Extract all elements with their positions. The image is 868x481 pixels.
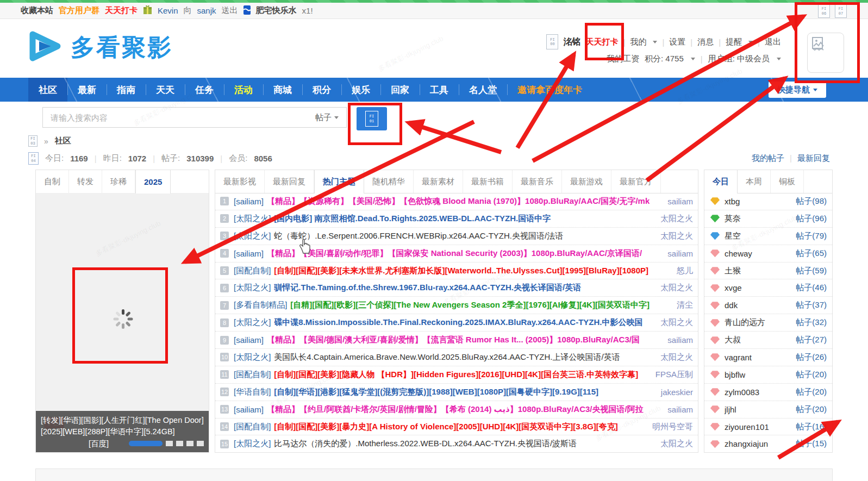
- top-poster-name-link[interactable]: vagrant: [725, 353, 752, 362]
- panel-tab[interactable]: 2025: [135, 170, 171, 193]
- top-poster-name-link[interactable]: cheway: [725, 249, 752, 258]
- top-poster-name-link[interactable]: xtbg: [725, 197, 740, 206]
- panel-tab[interactable]: 转发: [69, 170, 102, 193]
- top-poster-name-link[interactable]: 莫奈: [725, 214, 741, 224]
- panel-tab[interactable]: 最新素材: [414, 170, 463, 193]
- daily-checkin-link[interactable]: 天天打卡: [105, 5, 138, 16]
- thread-author-link[interactable]: FPSA压制: [649, 370, 693, 380]
- thread-title-link[interactable]: 驯悍记.The.Taming.of.the.Shrew.1967.Blu-ray…: [274, 283, 581, 293]
- top-poster-name-link[interactable]: xvge: [725, 283, 742, 292]
- top-poster-name-link[interactable]: zhangxiajun: [725, 439, 768, 448]
- top-poster-count-link[interactable]: 帖子(15): [796, 439, 827, 449]
- top-poster-count-link[interactable]: 帖子(79): [796, 231, 827, 241]
- thread-title-link[interactable]: 蛇（毒蛇）.Le.Serpent.2006.FRENCH.WEBRip.x264…: [274, 231, 563, 241]
- menu-my[interactable]: 我的: [630, 37, 646, 47]
- menu-logout[interactable]: 退出: [765, 37, 781, 47]
- thread-author-link[interactable]: 明州号空哥: [646, 422, 693, 432]
- panel-tab[interactable]: 最新音乐: [513, 170, 562, 193]
- thread-category-link[interactable]: [太阳之火]: [234, 214, 271, 224]
- avatar[interactable]: [807, 33, 844, 73]
- top-poster-count-link[interactable]: 帖子(26): [796, 352, 827, 363]
- top-poster-name-link[interactable]: ddk: [725, 301, 738, 310]
- nav-item[interactable]: 活动: [224, 78, 263, 102]
- quick-nav-button[interactable]: 快捷导航: [769, 82, 826, 98]
- panel-tab[interactable]: 最新游戏: [562, 170, 611, 193]
- slideshow-area[interactable]: 7 [转发][华语][国影][人生开门红][The Open Door][202…: [36, 193, 209, 452]
- thread-author-link[interactable]: 太阳之火: [654, 317, 693, 328]
- top-poster-name-link[interactable]: zylm0083: [725, 388, 759, 397]
- thread-title-link[interactable]: 【精品】【资源稀有】【美国/恐怖】【色欲惊魂 Blood Mania (1970…: [267, 196, 650, 207]
- nav-item[interactable]: 积分: [302, 78, 341, 102]
- gift-sender-link[interactable]: Kevin: [158, 6, 178, 15]
- panel-tab[interactable]: 铜板: [771, 170, 804, 193]
- thread-title-link[interactable]: 【精品】【美国/喜剧/动作/犯罪】【国家保安 National Security…: [267, 248, 642, 259]
- thread-title-link[interactable]: 美国队长4.Captain.America.Brave.New.World.20…: [274, 352, 620, 363]
- thread-title-link[interactable]: [自精][国配][欧影][三个侦探][The New Avengers Seas…: [290, 300, 650, 310]
- top-poster-name-link[interactable]: 星空: [725, 231, 741, 241]
- thread-category-link[interactable]: [多看自制精品]: [234, 300, 287, 310]
- thread-category-link[interactable]: [sailiam]: [234, 197, 264, 206]
- thread-author-link[interactable]: 太阳之火: [654, 231, 693, 241]
- menu-alerts[interactable]: 提醒: [726, 37, 742, 47]
- latest-replies-link[interactable]: 最新回复: [797, 153, 830, 164]
- top-poster-count-link[interactable]: 帖子(27): [796, 335, 827, 345]
- my-posts-link[interactable]: 我的帖子: [752, 153, 784, 164]
- top-poster-name-link[interactable]: ziyouren101: [725, 422, 769, 432]
- top-poster-count-link[interactable]: 帖子(32): [796, 317, 827, 328]
- thread-author-link[interactable]: sailiam: [661, 249, 693, 258]
- nav-item[interactable]: 最新: [67, 78, 107, 102]
- nav-item[interactable]: 娱乐: [341, 78, 380, 102]
- gift-receiver-link[interactable]: sanjk: [197, 6, 216, 15]
- panel-tab[interactable]: 热门主题: [314, 170, 364, 193]
- panel-tab[interactable]: 随机精华: [364, 170, 414, 193]
- thread-category-link[interactable]: [太阳之火]: [234, 283, 271, 293]
- thread-category-link[interactable]: [sailiam]: [234, 405, 264, 414]
- thread-author-link[interactable]: sailiam: [661, 335, 693, 345]
- top-poster-name-link[interactable]: 青山的远方: [725, 317, 765, 328]
- thread-author-link[interactable]: sailiam: [661, 197, 693, 206]
- top-poster-count-link[interactable]: 帖子(37): [796, 300, 827, 310]
- home-broken-image-icon[interactable]: FI 03: [28, 135, 38, 147]
- top-poster-count-link[interactable]: 帖子(98): [796, 196, 827, 207]
- site-logo[interactable]: 多看聚影: [27, 30, 173, 65]
- favorite-site-link[interactable]: 收藏本站: [21, 5, 53, 16]
- panel-tab[interactable]: 最新书籍: [463, 170, 513, 193]
- thread-title-link[interactable]: [自制][国配][美影][隐藏人物 【HDR】][Hidden Figures]…: [274, 370, 638, 380]
- thread-category-link[interactable]: [太阳之火]: [234, 352, 271, 363]
- nav-item[interactable]: 名人堂: [459, 78, 507, 102]
- top-poster-count-link[interactable]: 帖子(59): [796, 266, 827, 276]
- top-poster-count-link[interactable]: 帖子(16): [796, 422, 827, 432]
- panel-tab[interactable]: 今日: [704, 170, 738, 193]
- credits-link[interactable]: 积分: 4755: [645, 54, 684, 64]
- nav-item[interactable]: 天天: [146, 78, 185, 102]
- top-poster-count-link[interactable]: 帖子(20): [796, 370, 827, 380]
- search-input[interactable]: [43, 113, 315, 122]
- thread-title-link[interactable]: 【精品】【美国/德国/澳大利亚/喜剧/爱情】【流言蜚语 Rumor Has It…: [267, 335, 640, 345]
- official-group-link[interactable]: 官方用户群: [59, 5, 99, 16]
- nav-item[interactable]: 社区: [28, 78, 67, 102]
- nav-item[interactable]: 指南: [107, 78, 146, 102]
- top-poster-count-link[interactable]: 帖子(96): [796, 214, 827, 224]
- search-button[interactable]: FI 01: [357, 107, 387, 130]
- top-poster-count-link[interactable]: 帖子(20): [796, 387, 827, 397]
- thread-title-link[interactable]: 碟中谍8.Mission.Impossible.The.Final.Reckon…: [274, 317, 642, 328]
- panel-tab[interactable]: 珍稀: [102, 170, 135, 193]
- thread-author-link[interactable]: jakeskier: [654, 388, 693, 397]
- panel-tab[interactable]: 自制: [36, 170, 69, 193]
- nav-item[interactable]: 回家: [380, 78, 420, 102]
- menu-messages[interactable]: 消息: [697, 37, 714, 47]
- panel-tab[interactable]: 最新影视: [215, 170, 265, 193]
- thread-title-link[interactable]: [国内电影] 南京照相馆.Dead.To.Rights.2025.WEB-DL.…: [274, 214, 551, 224]
- thread-category-link[interactable]: [sailiam]: [234, 335, 264, 345]
- top-poster-count-link[interactable]: 帖子(20): [796, 404, 827, 415]
- thread-author-link[interactable]: 清尘: [670, 300, 693, 310]
- thread-category-link[interactable]: [华语自制]: [234, 387, 271, 397]
- top-poster-name-link[interactable]: jljhl: [725, 405, 736, 414]
- panel-tab[interactable]: 本周: [738, 170, 771, 193]
- top-poster-count-link[interactable]: 帖子(65): [796, 248, 827, 259]
- top-poster-name-link[interactable]: 土猴: [725, 266, 741, 276]
- thread-author-link[interactable]: 太阳之火: [654, 352, 693, 363]
- search-scope-dropdown[interactable]: 帖子: [315, 113, 346, 123]
- top-poster-count-link[interactable]: 帖子(46): [796, 283, 827, 293]
- thread-category-link[interactable]: [sailiam]: [234, 249, 264, 258]
